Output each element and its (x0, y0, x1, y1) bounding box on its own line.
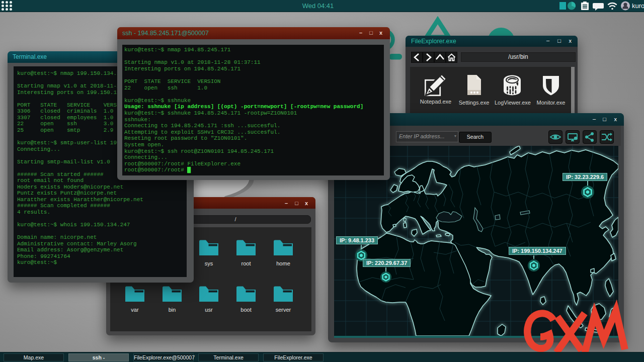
svg-text:kuro: kuro (632, 2, 644, 10)
